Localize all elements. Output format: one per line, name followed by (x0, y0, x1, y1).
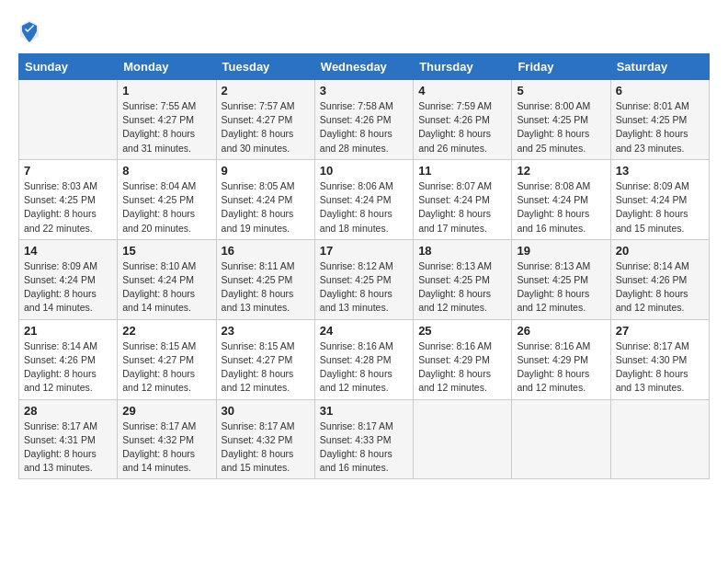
day-number: 6 (616, 84, 704, 98)
weekday-header-wednesday: Wednesday (314, 54, 413, 80)
calendar-week-row: 14Sunrise: 8:09 AMSunset: 4:24 PMDayligh… (19, 239, 710, 319)
calendar-cell: 4Sunrise: 7:59 AMSunset: 4:26 PMDaylight… (414, 80, 512, 160)
calendar-cell: 3Sunrise: 7:58 AMSunset: 4:26 PMDaylight… (314, 80, 413, 160)
calendar-cell: 10Sunrise: 8:06 AMSunset: 4:24 PMDayligh… (314, 159, 413, 239)
calendar-cell: 13Sunrise: 8:09 AMSunset: 4:24 PMDayligh… (610, 159, 709, 239)
weekday-header-sunday: Sunday (19, 54, 118, 80)
calendar-cell: 11Sunrise: 8:07 AMSunset: 4:24 PMDayligh… (414, 159, 512, 239)
calendar-cell (19, 80, 118, 160)
calendar-cell: 27Sunrise: 8:17 AMSunset: 4:30 PMDayligh… (610, 319, 709, 399)
day-info: Sunrise: 8:05 AMSunset: 4:24 PMDaylight:… (222, 179, 310, 236)
logo-icon (18, 18, 40, 44)
day-info: Sunrise: 8:17 AMSunset: 4:30 PMDaylight:… (616, 339, 704, 396)
page-header (18, 18, 710, 44)
day-info: Sunrise: 8:12 AMSunset: 4:25 PMDaylight:… (320, 259, 408, 316)
calendar-cell: 15Sunrise: 8:10 AMSunset: 4:24 PMDayligh… (118, 239, 216, 319)
calendar-cell (512, 399, 610, 479)
calendar-cell: 16Sunrise: 8:11 AMSunset: 4:25 PMDayligh… (216, 239, 314, 319)
calendar-cell: 19Sunrise: 8:13 AMSunset: 4:25 PMDayligh… (512, 239, 610, 319)
day-number: 15 (122, 244, 210, 258)
day-info: Sunrise: 8:13 AMSunset: 4:25 PMDaylight:… (418, 259, 506, 316)
day-number: 9 (222, 164, 310, 178)
day-number: 28 (24, 404, 112, 418)
day-number: 18 (418, 244, 506, 258)
day-info: Sunrise: 8:16 AMSunset: 4:29 PMDaylight:… (517, 339, 605, 396)
day-info: Sunrise: 7:59 AMSunset: 4:26 PMDaylight:… (418, 99, 506, 155)
calendar-cell: 2Sunrise: 7:57 AMSunset: 4:27 PMDaylight… (216, 80, 314, 160)
day-info: Sunrise: 8:01 AMSunset: 4:25 PMDaylight:… (616, 99, 704, 155)
day-number: 21 (24, 324, 112, 338)
calendar-cell: 28Sunrise: 8:17 AMSunset: 4:31 PMDayligh… (19, 399, 118, 479)
day-number: 19 (517, 244, 605, 258)
day-number: 16 (222, 244, 310, 258)
calendar-cell: 9Sunrise: 8:05 AMSunset: 4:24 PMDaylight… (216, 159, 314, 239)
day-info: Sunrise: 8:08 AMSunset: 4:24 PMDaylight:… (517, 179, 605, 236)
day-number: 13 (616, 164, 704, 178)
calendar-week-row: 7Sunrise: 8:03 AMSunset: 4:25 PMDaylight… (19, 159, 710, 239)
day-info: Sunrise: 8:17 AMSunset: 4:32 PMDaylight:… (222, 419, 310, 476)
weekday-header-thursday: Thursday (414, 54, 512, 80)
day-info: Sunrise: 8:15 AMSunset: 4:27 PMDaylight:… (122, 339, 210, 396)
calendar-cell: 20Sunrise: 8:14 AMSunset: 4:26 PMDayligh… (610, 239, 709, 319)
day-number: 30 (222, 404, 310, 418)
weekday-header-saturday: Saturday (610, 54, 709, 80)
day-number: 20 (616, 244, 704, 258)
calendar-cell: 12Sunrise: 8:08 AMSunset: 4:24 PMDayligh… (512, 159, 610, 239)
calendar-cell: 26Sunrise: 8:16 AMSunset: 4:29 PMDayligh… (512, 319, 610, 399)
day-number: 29 (122, 404, 210, 418)
day-info: Sunrise: 8:17 AMSunset: 4:33 PMDaylight:… (320, 419, 408, 476)
day-info: Sunrise: 8:00 AMSunset: 4:25 PMDaylight:… (517, 99, 605, 155)
calendar-cell: 6Sunrise: 8:01 AMSunset: 4:25 PMDaylight… (610, 80, 709, 160)
weekday-header-friday: Friday (512, 54, 610, 80)
day-info: Sunrise: 8:07 AMSunset: 4:24 PMDaylight:… (418, 179, 506, 236)
calendar-cell: 8Sunrise: 8:04 AMSunset: 4:25 PMDaylight… (118, 159, 216, 239)
day-info: Sunrise: 8:16 AMSunset: 4:28 PMDaylight:… (320, 339, 408, 396)
calendar-cell: 5Sunrise: 8:00 AMSunset: 4:25 PMDaylight… (512, 80, 610, 160)
day-info: Sunrise: 8:11 AMSunset: 4:25 PMDaylight:… (222, 259, 310, 316)
calendar-body: 1Sunrise: 7:55 AMSunset: 4:27 PMDaylight… (19, 80, 710, 479)
calendar-header-row: SundayMondayTuesdayWednesdayThursdayFrid… (19, 54, 710, 80)
day-number: 5 (517, 84, 605, 98)
day-info: Sunrise: 8:09 AMSunset: 4:24 PMDaylight:… (616, 179, 704, 236)
day-info: Sunrise: 8:15 AMSunset: 4:27 PMDaylight:… (222, 339, 310, 396)
calendar-week-row: 1Sunrise: 7:55 AMSunset: 4:27 PMDaylight… (19, 80, 710, 160)
day-number: 23 (222, 324, 310, 338)
calendar-cell: 22Sunrise: 8:15 AMSunset: 4:27 PMDayligh… (118, 319, 216, 399)
day-info: Sunrise: 8:14 AMSunset: 4:26 PMDaylight:… (24, 339, 112, 396)
weekday-header-tuesday: Tuesday (216, 54, 314, 80)
calendar-cell: 1Sunrise: 7:55 AMSunset: 4:27 PMDaylight… (118, 80, 216, 160)
calendar-cell (414, 399, 512, 479)
calendar-cell: 30Sunrise: 8:17 AMSunset: 4:32 PMDayligh… (216, 399, 314, 479)
day-info: Sunrise: 8:10 AMSunset: 4:24 PMDaylight:… (122, 259, 210, 316)
day-number: 2 (222, 84, 310, 98)
day-info: Sunrise: 8:06 AMSunset: 4:24 PMDaylight:… (320, 179, 408, 236)
calendar-cell: 24Sunrise: 8:16 AMSunset: 4:28 PMDayligh… (314, 319, 413, 399)
day-number: 27 (616, 324, 704, 338)
calendar-cell: 14Sunrise: 8:09 AMSunset: 4:24 PMDayligh… (19, 239, 118, 319)
day-number: 26 (517, 324, 605, 338)
day-info: Sunrise: 7:57 AMSunset: 4:27 PMDaylight:… (222, 99, 310, 155)
day-number: 7 (24, 164, 112, 178)
calendar-cell: 21Sunrise: 8:14 AMSunset: 4:26 PMDayligh… (19, 319, 118, 399)
day-number: 11 (418, 164, 506, 178)
calendar-cell (610, 399, 709, 479)
day-info: Sunrise: 8:17 AMSunset: 4:31 PMDaylight:… (24, 419, 112, 476)
day-info: Sunrise: 8:14 AMSunset: 4:26 PMDaylight:… (616, 259, 704, 316)
day-number: 25 (418, 324, 506, 338)
day-info: Sunrise: 7:58 AMSunset: 4:26 PMDaylight:… (320, 99, 408, 155)
day-info: Sunrise: 8:03 AMSunset: 4:25 PMDaylight:… (24, 179, 112, 236)
day-info: Sunrise: 7:55 AMSunset: 4:27 PMDaylight:… (122, 99, 210, 155)
calendar-cell: 31Sunrise: 8:17 AMSunset: 4:33 PMDayligh… (314, 399, 413, 479)
day-info: Sunrise: 8:09 AMSunset: 4:24 PMDaylight:… (24, 259, 112, 316)
day-number: 1 (122, 84, 210, 98)
calendar-week-row: 21Sunrise: 8:14 AMSunset: 4:26 PMDayligh… (19, 319, 710, 399)
logo (18, 18, 44, 44)
weekday-header-monday: Monday (118, 54, 216, 80)
calendar-week-row: 28Sunrise: 8:17 AMSunset: 4:31 PMDayligh… (19, 399, 710, 479)
day-number: 8 (122, 164, 210, 178)
calendar-cell: 29Sunrise: 8:17 AMSunset: 4:32 PMDayligh… (118, 399, 216, 479)
calendar-cell: 25Sunrise: 8:16 AMSunset: 4:29 PMDayligh… (414, 319, 512, 399)
day-number: 17 (320, 244, 408, 258)
calendar-cell: 18Sunrise: 8:13 AMSunset: 4:25 PMDayligh… (414, 239, 512, 319)
day-number: 22 (122, 324, 210, 338)
